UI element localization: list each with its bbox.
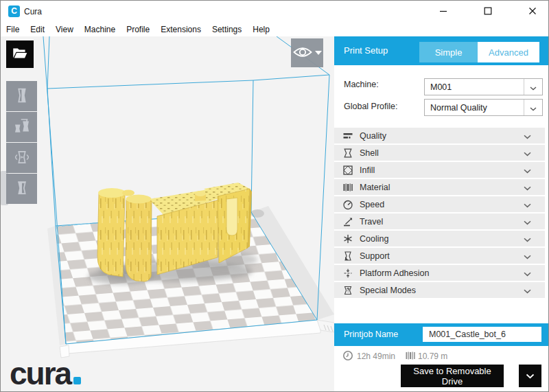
open-file-button[interactable] [6,41,34,68]
printjob-name-label: Printjob Name [344,323,398,346]
chevron-down-icon [524,79,542,95]
machine-select[interactable]: M001 [424,78,543,95]
shell-icon [342,147,353,159]
material-length-icon [405,350,416,361]
print-setup-panel: Print Setup Simple Advanced Machine: M00… [334,36,549,392]
section-row-material[interactable]: Material [334,179,545,195]
clock-icon [342,350,353,361]
global-profile-label: Global Profile: [344,98,398,115]
save-output-dropdown-button[interactable] [519,365,541,387]
settings-sections: Quality Shell Infill Material [334,128,545,299]
viewport-3d[interactable]: cura [1,36,334,392]
print-time: 12h 49min [357,348,395,365]
travel-icon [342,216,353,227]
chevron-down-icon [524,100,542,115]
menu-item-view[interactable]: View [56,25,73,34]
print-setup-header: Print Setup Simple Advanced [334,36,549,65]
chevron-down-icon [524,164,531,176]
chevron-down-icon [524,284,531,297]
quality-icon [342,130,353,141]
move-tool-icon [12,85,32,108]
eye-icon [292,46,313,60]
print-stats: 12h 49min 10.79 m [334,348,549,365]
section-row-shell[interactable]: Shell [334,145,545,161]
tool-button-scale[interactable] [6,112,37,142]
machine-value: M001 [425,82,524,92]
menu-item-machine[interactable]: Machine [84,25,115,34]
menu-bar: File Edit View Machine Profile Extension… [1,23,548,36]
close-icon [528,7,537,17]
chevron-down-icon [524,267,531,279]
special-modes-icon [342,284,353,296]
simple-tab[interactable]: Simple [419,42,478,62]
build-plate-scene [1,36,334,392]
adhesion-icon [342,267,353,279]
chevron-down-icon [524,233,531,245]
tool-button-move[interactable] [6,81,37,111]
menu-item-profile[interactable]: Profile [126,25,150,34]
menu-item-edit[interactable]: Edit [30,25,45,34]
chevron-down-icon [524,250,531,262]
view-mode-button[interactable] [291,38,323,67]
menu-item-extensions[interactable]: Extensions [161,25,201,34]
maximize-button[interactable] [479,3,497,20]
chevron-down-icon [524,181,531,194]
section-row-infill[interactable]: Infill [334,162,545,178]
tool-bar [6,81,37,205]
section-row-platform-adhesion[interactable]: Platform Adhesion [334,265,545,281]
open-folder-icon [11,45,29,65]
tool-button-mirror[interactable] [6,174,37,204]
window-title: Cura [24,1,42,23]
chevron-down-icon [526,371,535,381]
close-button[interactable] [524,3,541,20]
tool-button-rotate[interactable] [6,143,37,173]
chevron-down-icon [524,198,531,211]
menu-item-help[interactable]: Help [253,25,270,34]
infill-icon [342,164,353,176]
rotate-tool-icon [12,148,32,169]
section-row-cooling[interactable]: Cooling [334,231,545,246]
global-profile-select[interactable]: Normal Quality [424,99,543,116]
chevron-down-icon [524,147,531,159]
chevron-down-icon [524,216,531,228]
save-to-removable-drive-button[interactable]: Save to Removable Drive [401,365,504,387]
scale-tool-icon [12,116,32,139]
maximize-icon [484,7,492,17]
section-row-travel[interactable]: Travel [334,214,545,229]
chevron-down-icon [315,51,322,55]
cura-window: C Cura File Edit View Machine Profile Ex… [0,0,549,392]
cooling-icon [342,233,353,244]
speed-icon [342,198,353,210]
logo-dot [73,377,81,384]
material-icon [342,181,353,193]
section-row-speed[interactable]: Speed [334,196,545,212]
material-length: 10.79 m [418,348,447,365]
section-row-support[interactable]: Support [334,248,545,264]
menu-item-file[interactable]: File [6,25,19,34]
support-icon [342,250,353,262]
mirror-tool-icon [12,178,32,200]
advanced-tab[interactable]: Advanced [478,42,539,62]
global-profile-value: Normal Quality [425,103,524,113]
minimize-icon [439,7,447,17]
section-row-special-modes[interactable]: Special Modes [334,282,545,298]
cura-logo: cura [10,358,81,389]
minimize-button[interactable] [434,3,452,20]
app-icon: C [8,5,20,17]
print-setup-title: Print Setup [344,36,388,65]
section-row-quality[interactable]: Quality [334,128,545,143]
machine-label: Machine: [344,76,379,93]
chevron-down-icon [524,130,531,142]
title-bar: C Cura [1,1,548,23]
printjob-name-input[interactable] [423,327,541,342]
menu-item-settings[interactable]: Settings [212,25,242,34]
